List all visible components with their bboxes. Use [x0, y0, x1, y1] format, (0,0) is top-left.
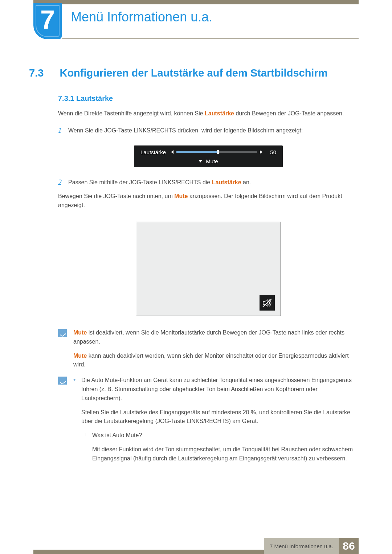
note2-sublist: Was ist Auto Mute? Mit dieser Funktion w… — [81, 431, 359, 463]
note-icon — [58, 329, 67, 337]
osd-volume-value: 50 — [268, 149, 276, 155]
mute-icon-badge — [260, 295, 275, 311]
note2-sub-question: Was ist Auto Mute? — [92, 431, 359, 440]
step-2-text-2: an. — [241, 179, 251, 185]
mute-preview-screen — [136, 222, 281, 316]
section-heading: 7.3 Konfigurieren der Lautstärke auf dem… — [29, 67, 359, 79]
intro-paragraph: Wenn die Direkte Tastenhilfe angezeigt w… — [58, 109, 359, 118]
note1-p2-text: kann auch deaktiviert werden, wenn sich … — [73, 353, 349, 368]
top-border — [33, 0, 359, 4]
subsection-heading: 7.3.1 Lautstärke — [58, 94, 359, 103]
chapter-rule — [62, 38, 359, 39]
chapter-title: Menü Informationen u.a. — [71, 9, 359, 25]
osd-volume-slider — [171, 150, 262, 154]
chapter-tab-border — [36, 5, 60, 37]
after-step-2: Bewegen Sie die JOG-Taste nach unten, um… — [58, 192, 359, 210]
note-icon — [58, 377, 67, 385]
step-2-text-1: Passen Sie mithilfe der JOG-Taste LINKS/… — [68, 179, 212, 185]
note-block-1: Mute ist deaktiviert, wenn Sie die Monit… — [58, 328, 359, 369]
step-2-number: 2 — [58, 178, 62, 186]
note2-b1b-text: Stellen Sie die Lautstärke des Eingangsg… — [81, 408, 359, 426]
note1-p1: Mute ist deaktiviert, wenn Sie die Monit… — [73, 328, 359, 346]
step-1: 1 Wenn Sie die JOG-Taste LINKS/RECHTS dr… — [58, 126, 359, 135]
note1-p1-kw: Mute — [73, 329, 87, 336]
step-2-keyword: Lautstärke — [212, 179, 241, 185]
osd-mute-label: Mute — [206, 158, 218, 164]
note1-p2-kw: Mute — [73, 353, 87, 359]
intro-text-2: durch Bewegen der JOG-Taste anpassen. — [234, 110, 344, 116]
osd-slider-fill — [176, 151, 217, 153]
step-1-number: 1 — [58, 126, 62, 135]
step-1-text: Wenn Sie die JOG-Taste LINKS/RECHTS drüc… — [68, 126, 359, 135]
footer-page-number: 86 — [339, 538, 359, 554]
note1-p1-text: ist deaktiviert, wenn Sie die Monitorlau… — [73, 329, 344, 345]
step-2-text: Passen Sie mithilfe der JOG-Taste LINKS/… — [68, 178, 359, 187]
note2-bullet-1: Die Auto Mute-Funktion am Gerät kann zu … — [73, 376, 359, 463]
footer-text: 7 Menü Informationen u.a. — [264, 538, 339, 554]
page: 7 Menü Informationen u.a. 7.3 Konfigurie… — [0, 0, 392, 554]
triangle-down-icon — [199, 160, 202, 163]
square-bullet-icon — [83, 433, 86, 436]
osd-row-mute: Mute — [140, 158, 276, 164]
osd-slider-track — [176, 151, 257, 153]
after-step-2-keyword: Mute — [174, 193, 188, 199]
osd-volume-label: Lautstärke — [140, 149, 166, 155]
content: 7.3 Konfigurieren der Lautstärke auf dem… — [29, 67, 359, 471]
chapter-tab: 7 — [33, 3, 62, 39]
triangle-left-icon — [171, 150, 173, 154]
section-number: 7.3 — [29, 67, 58, 79]
footer: 7 Menü Informationen u.a. 86 — [264, 538, 359, 554]
note2-bullets: Die Auto Mute-Funktion am Gerät kann zu … — [73, 376, 359, 463]
intro-keyword: Lautstärke — [205, 110, 234, 116]
step-2: 2 Passen Sie mithilfe der JOG-Taste LINK… — [58, 178, 359, 187]
note1-p2: Mute kann auch deaktiviert werden, wenn … — [73, 352, 359, 370]
note2-sub-item: Was ist Auto Mute? Mit dieser Funktion w… — [81, 431, 359, 463]
note2-sub-answer: Mit dieser Funktion wird der Ton stummge… — [92, 445, 359, 463]
osd-row-volume: Lautstärke 50 — [140, 149, 276, 155]
note2-b1-text: Die Auto Mute-Funktion am Gerät kann zu … — [81, 376, 359, 403]
intro-text-1: Wenn die Direkte Tastenhilfe angezeigt w… — [58, 110, 205, 116]
triangle-right-icon — [260, 150, 262, 154]
after-step-2-text-1: Bewegen Sie die JOG-Taste nach unten, um — [58, 193, 174, 199]
osd-slider-knob — [217, 150, 219, 154]
svg-marker-0 — [263, 300, 267, 306]
section-title: Konfigurieren der Lautstärke auf dem Sta… — [60, 67, 327, 79]
osd-volume-panel: Lautstärke 50 Mute — [134, 145, 283, 167]
note-block-2: Die Auto Mute-Funktion am Gerät kann zu … — [58, 376, 359, 468]
speaker-mute-icon — [262, 297, 273, 308]
